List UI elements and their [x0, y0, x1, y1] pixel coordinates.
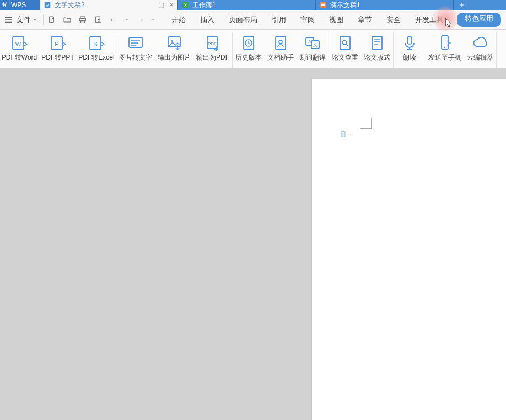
ribbon-tabs: 开始 插入 页面布局 引用 审阅 视图 章节 安全 开发工具 特色应用 [170, 13, 501, 27]
svg-rect-29 [340, 36, 350, 50]
ribbon-group-doc: 历史版本 文档助手 A文 划词翻译 [233, 32, 329, 68]
thesis-format-button[interactable]: 论文版式 [361, 32, 393, 68]
svg-point-30 [342, 40, 347, 45]
svg-point-24 [279, 40, 282, 44]
ribbon-group-image: 图片转文字 输出为图片 PDF 输出为PDF [116, 32, 233, 68]
plagiarism-check-button[interactable]: 论文查重 [329, 32, 361, 68]
hamburger-icon[interactable] [3, 15, 13, 25]
svg-rect-5 [80, 17, 85, 18]
export-image-button[interactable]: 输出为图片 [155, 32, 193, 68]
svg-text:W: W [15, 41, 21, 47]
svg-rect-23 [276, 36, 286, 50]
page-icon [340, 130, 347, 139]
svg-point-34 [444, 47, 445, 48]
translate-button[interactable]: A文 划词翻译 [297, 32, 329, 68]
ribbon-tab-start[interactable]: 开始 [170, 13, 187, 27]
translate-icon: A文 [304, 34, 321, 52]
chevron-down-icon[interactable] [150, 17, 156, 23]
svg-point-18 [171, 40, 173, 42]
svg-rect-31 [372, 36, 382, 50]
svg-text:A: A [308, 39, 311, 44]
qa-print[interactable] [78, 15, 88, 25]
ribbon-tab-layout[interactable]: 页面布局 [228, 13, 259, 27]
qa-new-doc[interactable] [47, 15, 57, 25]
doc-tab-2[interactable]: 演示文稿1 [316, 0, 454, 10]
chevron-down-icon[interactable] [124, 17, 130, 23]
history-icon [240, 34, 257, 52]
page-margin-corner [360, 118, 372, 129]
ribbon-tab-view[interactable]: 视图 [328, 13, 344, 27]
ribbon-tab-chapter[interactable]: 章节 [357, 13, 373, 27]
doc-tab-0[interactable]: 文字文稿2 ▢ ✕ [40, 0, 178, 10]
chevron-down-icon [32, 17, 37, 23]
microphone-icon [401, 34, 418, 52]
pdf-excel-icon: S [88, 34, 105, 52]
cloud-editor-button[interactable]: 云编辑器 [464, 32, 496, 68]
pdf-to-excel-button[interactable]: S PDF转Excel [77, 32, 116, 68]
pdf-word-icon: W [10, 34, 28, 52]
export-image-icon [165, 34, 183, 52]
ribbon-group-convert: W PDF转Word P PDF转PPT S PDF转Excel [0, 32, 116, 68]
assistant-icon [272, 34, 289, 52]
ocr-button[interactable]: 图片转文字 [116, 32, 155, 68]
qa-undo[interactable] [109, 15, 119, 25]
tab-restore-icon[interactable]: ▢ [158, 1, 164, 9]
chevron-down-icon [348, 132, 353, 137]
pdf-to-word-button[interactable]: W PDF转Word [0, 32, 39, 68]
tab-close-icon[interactable]: ✕ [169, 1, 174, 9]
export-pdf-icon: PDF [204, 34, 222, 52]
ribbon-tab-review[interactable]: 审阅 [299, 13, 316, 27]
title-tab-bar: WPS 文字文稿2 ▢ ✕ 工作薄1 演示文稿1 [0, 0, 506, 10]
ribbon-tab-security[interactable]: 安全 [385, 13, 402, 27]
ribbon-tab-reference[interactable]: 引用 [271, 13, 287, 27]
app-badge: WPS [0, 0, 40, 10]
ribbon-tab-special[interactable]: 特色应用 [457, 13, 501, 27]
svg-rect-4 [49, 17, 53, 23]
quick-access-toolbar [47, 15, 156, 25]
new-tab-button[interactable] [454, 0, 470, 10]
svg-text:文: 文 [313, 42, 317, 47]
check-doc-icon [336, 34, 354, 52]
wps-logo-icon [1, 1, 9, 9]
sheet-doc-icon [181, 1, 189, 9]
separator [43, 14, 44, 25]
send-to-phone-button[interactable]: 发送至手机 [426, 32, 464, 68]
pdf-to-ppt-button[interactable]: P PDF转PPT [39, 32, 77, 68]
word-doc-icon [44, 1, 51, 9]
file-menu[interactable]: 文件 [17, 15, 37, 25]
page-options-button[interactable] [340, 130, 353, 139]
export-pdf-button[interactable]: PDF 输出为PDF [193, 32, 232, 68]
phone-icon [436, 34, 454, 52]
svg-rect-16 [129, 37, 142, 47]
svg-rect-3 [321, 4, 325, 6]
svg-rect-32 [407, 36, 412, 44]
slide-doc-icon [319, 1, 327, 9]
ribbon-tab-devtools[interactable]: 开发工具 [414, 13, 445, 27]
document-workspace[interactable] [0, 68, 506, 420]
image-text-icon [127, 34, 144, 52]
plus-icon [458, 1, 466, 9]
ribbon-group-thesis: 论文查重 论文版式 [329, 32, 394, 68]
ribbon-toolbar: W PDF转Word P PDF转PPT S PDF转Excel 图片转文字 输… [0, 30, 506, 68]
history-button[interactable]: 历史版本 [233, 32, 265, 68]
qa-open[interactable] [62, 15, 72, 25]
cloud-icon [471, 34, 489, 52]
read-aloud-button[interactable]: 朗读 [394, 32, 426, 68]
svg-text:PDF: PDF [208, 41, 217, 46]
svg-text:S: S [93, 41, 97, 47]
qa-redo[interactable] [135, 15, 145, 25]
format-doc-icon [368, 34, 386, 52]
qa-print-preview[interactable] [93, 15, 103, 25]
svg-text:P: P [55, 41, 58, 47]
app-name: WPS [11, 1, 26, 9]
svg-rect-7 [81, 20, 85, 23]
document-page[interactable] [312, 79, 506, 420]
doc-tab-1[interactable]: 工作薄1 [178, 0, 316, 10]
ribbon-tab-insert[interactable]: 插入 [199, 13, 216, 27]
ribbon-group-share: 朗读 发送至手机 云编辑器 [394, 32, 497, 68]
pdf-ppt-icon: P [49, 34, 67, 52]
doc-assistant-button[interactable]: 文档助手 [265, 32, 297, 68]
menu-bar: 文件 开始 插入 页面布局 引用 审阅 视图 章节 安全 开发工具 特色应用 [0, 10, 506, 30]
